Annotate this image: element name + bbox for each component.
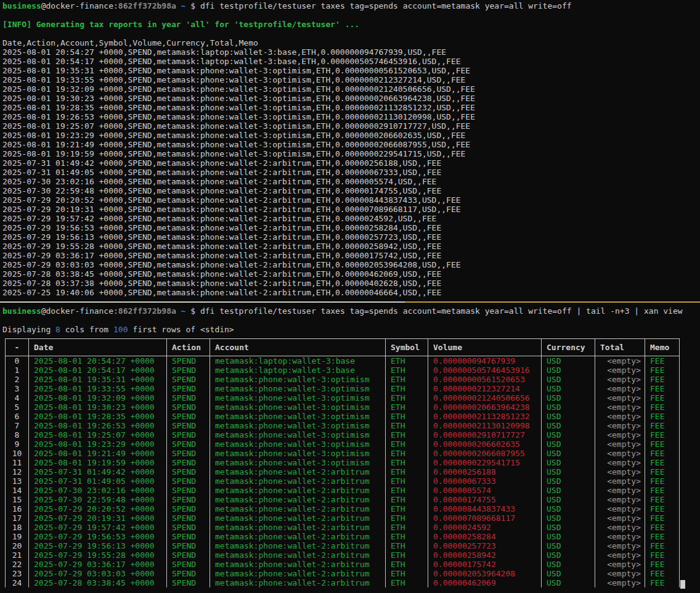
table-cell: 2025-08-01 19:21:49 +0000 xyxy=(29,449,167,458)
prompt-dollar: $ xyxy=(185,1,200,10)
command-1-text: dfi testprofile/testuser taxes tag=spend… xyxy=(200,1,572,10)
column-header: - xyxy=(6,339,29,356)
prompt-line-1: business@docker-finance:862ff372b98a ~ $… xyxy=(0,1,700,10)
status-text: Displaying xyxy=(2,325,55,334)
table-cell: 0.00000256188 xyxy=(428,467,542,476)
table-cell: 10 xyxy=(6,449,29,458)
table-cell: 24 xyxy=(6,578,29,587)
csv-row: 2025-08-01 19:19:59 +0000,SPEND,metamask… xyxy=(0,149,700,158)
terminal-screen[interactable]: business@docker-finance:862ff372b98a ~ $… xyxy=(0,0,700,587)
xan-table: -DateActionAccountSymbolVolumeCurrencyTo… xyxy=(5,338,680,587)
table-cell: metamask:laptop:wallet-3:base xyxy=(210,366,386,375)
table-cell: <empty> xyxy=(595,366,645,375)
table-cell: ETH xyxy=(386,393,428,403)
table-row: 12025-08-01 20:54:17 +0000SPENDmetamask:… xyxy=(6,366,680,375)
table-cell: 0.0000005574 xyxy=(428,486,542,495)
csv-header-line: Date,Action,Account,Symbol,Volume,Curren… xyxy=(0,38,700,47)
status-rows-count: 100 xyxy=(113,325,128,334)
table-row: 152025-07-30 22:59:48 +0000SPENDmetamask… xyxy=(6,495,680,504)
table-cell: FEE xyxy=(645,513,680,523)
table-cell: ETH xyxy=(386,541,428,550)
table-cell: FEE xyxy=(645,440,680,449)
table-cell: metamask:phone:wallet-3:optimism xyxy=(210,458,386,467)
xan-table-body: 02025-08-01 20:54:27 +0000SPENDmetamask:… xyxy=(6,356,680,588)
table-cell: SPEND xyxy=(167,541,210,550)
table-cell: 16 xyxy=(6,504,29,513)
csv-row: 2025-07-29 19:55:28 +0000,SPEND,metamask… xyxy=(0,242,700,251)
table-cell: FEE xyxy=(645,560,680,569)
table-cell: <empty> xyxy=(595,467,645,476)
table-cell: FEE xyxy=(645,356,680,366)
table-cell: SPEND xyxy=(167,486,210,495)
table-cell: FEE xyxy=(645,532,680,541)
table-cell: SPEND xyxy=(167,403,210,412)
csv-row: 2025-07-29 20:20:52 +0000,SPEND,metamask… xyxy=(0,195,700,205)
table-row: 112025-08-01 19:19:59 +0000SPENDmetamask… xyxy=(6,458,680,467)
column-header: Memo xyxy=(645,339,680,356)
table-row: 82025-08-01 19:25:07 +0000SPENDmetamask:… xyxy=(6,430,680,440)
table-cell: 9 xyxy=(6,440,29,449)
table-cell: metamask:phone:wallet-2:arbitrum xyxy=(210,541,386,550)
table-cell: 18 xyxy=(6,523,29,532)
csv-row: 2025-07-31 01:49:42 +0000,SPEND,metamask… xyxy=(0,158,700,168)
table-cell: 2025-08-01 19:30:23 +0000 xyxy=(29,403,167,412)
table-cell: FEE xyxy=(645,449,680,458)
table-cell: 17 xyxy=(6,513,29,523)
csv-row: 2025-07-29 03:36:17 +0000,SPEND,metamask… xyxy=(0,251,700,260)
table-cell: FEE xyxy=(645,458,680,467)
table-cell: SPEND xyxy=(167,476,210,486)
table-cell: metamask:phone:wallet-2:arbitrum xyxy=(210,569,386,578)
column-header: Account xyxy=(210,339,386,356)
table-cell: FEE xyxy=(645,550,680,560)
table-row: 142025-07-30 23:02:16 +0000SPENDmetamask… xyxy=(6,486,680,495)
table-row: 02025-08-01 20:54:27 +0000SPENDmetamask:… xyxy=(6,356,680,366)
info-message: [INFO] Generating tax reports in year 'a… xyxy=(0,20,700,29)
table-row: 52025-08-01 19:30:23 +0000SPENDmetamask:… xyxy=(6,403,680,412)
table-cell: FEE xyxy=(645,393,680,403)
table-cell: 8 xyxy=(6,430,29,440)
table-cell: <empty> xyxy=(595,578,645,587)
csv-row: 2025-07-29 03:03:03 +0000,SPEND,metamask… xyxy=(0,260,700,269)
table-cell: 0.0000000212327214 xyxy=(428,384,542,393)
table-cell: SPEND xyxy=(167,412,210,421)
table-cell: ETH xyxy=(386,569,428,578)
table-cell: SPEND xyxy=(167,375,210,384)
table-cell: <empty> xyxy=(595,421,645,430)
table-cell: USD xyxy=(542,440,595,449)
table-cell: 0.000000021132851232 xyxy=(428,412,542,421)
table-cell: USD xyxy=(542,513,595,523)
table-cell: 22 xyxy=(6,560,29,569)
table-cell: 2025-07-30 22:59:48 +0000 xyxy=(29,495,167,504)
table-cell: USD xyxy=(542,403,595,412)
table-cell: ETH xyxy=(386,513,428,523)
table-cell: 3 xyxy=(6,384,29,393)
table-cell: ETH xyxy=(386,384,428,393)
status-text: cols from xyxy=(60,325,113,334)
table-cell: 0.00000175742 xyxy=(428,560,542,569)
prompt-container-id: 862ff372b98a xyxy=(118,1,176,10)
csv-row: 2025-08-01 19:28:35 +0000,SPEND,metamask… xyxy=(0,103,700,112)
csv-row: 2025-07-25 19:40:06 +0000,SPEND,metamask… xyxy=(0,288,700,297)
csv-row: 2025-07-29 19:56:53 +0000,SPEND,metamask… xyxy=(0,223,700,232)
table-cell: metamask:phone:wallet-3:optimism xyxy=(210,384,386,393)
table-cell: 19 xyxy=(6,532,29,541)
table-cell: SPEND xyxy=(167,523,210,532)
table-cell: 20 xyxy=(6,541,29,550)
table-cell: ETH xyxy=(386,476,428,486)
table-cell: <empty> xyxy=(595,560,645,569)
table-cell: SPEND xyxy=(167,467,210,476)
table-cell: USD xyxy=(542,375,595,384)
table-cell: 4 xyxy=(6,393,29,403)
table-cell: 0.000000505746453916 xyxy=(428,366,542,375)
table-cell: 2025-08-01 19:25:07 +0000 xyxy=(29,430,167,440)
table-cell: 2025-08-01 19:32:09 +0000 xyxy=(29,393,167,403)
blank-line xyxy=(0,29,700,38)
prompt-user: business xyxy=(2,306,41,316)
table-cell: 2 xyxy=(6,375,29,384)
table-cell: 2025-08-01 19:33:55 +0000 xyxy=(29,384,167,393)
csv-row: 2025-07-30 23:02:16 +0000,SPEND,metamask… xyxy=(0,177,700,186)
table-cell: 2025-07-29 20:20:52 +0000 xyxy=(29,504,167,513)
csv-row: 2025-08-01 19:26:53 +0000,SPEND,metamask… xyxy=(0,112,700,121)
table-cell: <empty> xyxy=(595,541,645,550)
table-cell: FEE xyxy=(645,375,680,384)
